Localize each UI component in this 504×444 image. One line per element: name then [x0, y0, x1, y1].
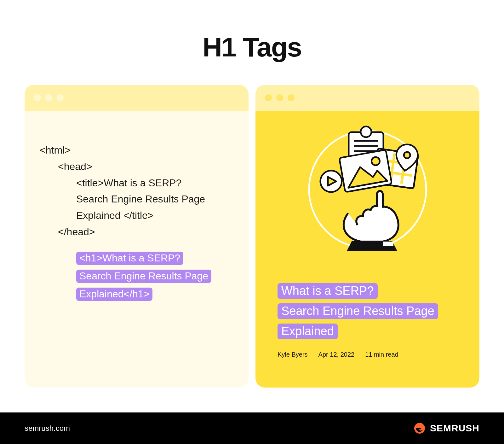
- code-body: <html> <head> <title>What is a SERP? Sea…: [25, 111, 249, 303]
- code-panel: <html> <head> <title>What is a SERP? Sea…: [25, 85, 249, 388]
- article-headline: What is a SERP?Search Engine Results Pag…: [278, 283, 438, 339]
- code-line: <head>: [40, 159, 233, 175]
- footer-url: semrush.com: [25, 424, 70, 433]
- article-date: Apr 12, 2022: [318, 351, 355, 358]
- code-line: </head>: [40, 224, 233, 240]
- window-dot-icon: [45, 94, 52, 101]
- code-line: Search Engine Results Page: [40, 191, 233, 207]
- article-meta: Kyle Byers Apr 12, 2022 11 min read: [278, 351, 398, 358]
- diagram-stage: H1 Tags <html> <head> <title>What is a S…: [0, 0, 504, 444]
- window-dot-icon: [34, 94, 41, 101]
- semrush-logo-icon: [414, 422, 426, 434]
- brand-name: SEMRUSH: [430, 423, 479, 434]
- svg-point-13: [371, 156, 380, 166]
- window-dot-icon: [265, 94, 272, 101]
- code-line: <title>What is a SERP?: [40, 175, 233, 191]
- code-line: Explained </title>: [40, 207, 233, 224]
- page-title: H1 Tags: [0, 0, 504, 63]
- window-dot-icon: [288, 94, 295, 101]
- svg-point-10: [403, 152, 410, 159]
- article-body: What is a SERP?Search Engine Results Pag…: [255, 111, 479, 388]
- svg-rect-16: [383, 242, 393, 246]
- panels-row: <html> <head> <title>What is a SERP? Sea…: [0, 63, 504, 388]
- window-dot-icon: [57, 94, 64, 101]
- h1-highlight-wrap: <h1>What is a SERP?Search Engine Results…: [40, 249, 233, 303]
- window-chrome-left: [25, 85, 249, 111]
- serp-illustration-icon: [298, 117, 437, 256]
- h1-highlight: <h1>What is a SERP?Search Engine Results…: [76, 252, 211, 301]
- article-panel: What is a SERP?Search Engine Results Pag…: [255, 85, 479, 388]
- brand-lockup: SEMRUSH: [414, 422, 479, 434]
- article-headline-wrap: What is a SERP?Search Engine Results Pag…: [278, 281, 457, 341]
- article-author: Kyle Byers: [278, 351, 308, 358]
- window-chrome-right: [255, 85, 479, 111]
- footer-bar: semrush.com SEMRUSH: [0, 412, 504, 444]
- svg-rect-2: [361, 126, 371, 137]
- article-readtime: 11 min read: [365, 351, 398, 358]
- window-dot-icon: [276, 94, 283, 101]
- code-line: <html>: [40, 142, 233, 159]
